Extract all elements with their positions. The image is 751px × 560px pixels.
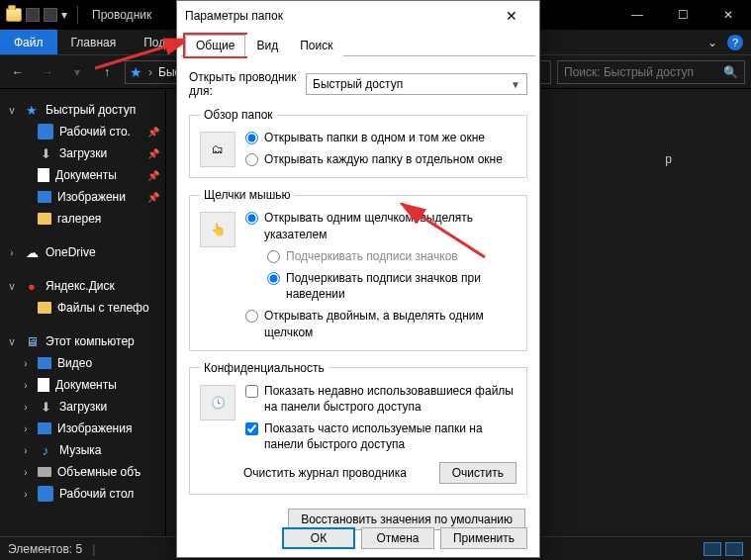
window-title: Проводник [92,8,151,22]
folder-icon [6,8,22,22]
search-input[interactable] [564,65,712,79]
privacy-group: Конфиденциальность 🕓 Показать недавно ис… [189,361,527,496]
sidebar-quick-access[interactable]: v★Быстрый доступ [0,99,165,121]
tab-general[interactable]: Общие [185,35,245,56]
radio-underline-hover[interactable]: Подчеркивать подписи значков при наведен… [267,270,516,302]
sidebar-desktop[interactable]: ·Рабочий сто.📌 [0,121,165,142]
nav-up-button[interactable]: ↑ [95,60,119,84]
browse-folders-group: Обзор папок 🗂 Открывать папки в одном и … [189,108,527,178]
radio-same-window[interactable]: Открывать папки в одном и том же окне [245,130,516,145]
sidebar-desktop2[interactable]: ›Рабочий стол [0,483,165,505]
sidebar-yafiles[interactable]: ·Файлы с телефо [0,297,165,319]
open-for-label: Открыть проводник для: [189,70,298,98]
sidebar-label: Документы [55,168,117,182]
sidebar-downloads2[interactable]: ›⬇Загрузки [0,396,165,418]
radio-label: Подчеркивать подписи значков при наведен… [286,270,516,302]
pin-icon: 📌 [147,127,159,138]
nav-back-button[interactable]: ← [6,60,30,84]
search-icon[interactable]: 🔍 [723,65,738,79]
sidebar-yadisk[interactable]: v●Яндекс.Диск [0,275,165,297]
radio-underline-always[interactable]: Подчеркивать подписи значков [267,248,516,264]
dialog-tabs: Общие Вид Поиск [177,31,539,56]
truncated-text: р [665,152,672,166]
sidebar-label: галерея [57,212,101,226]
tab-home[interactable]: Главная [57,30,131,54]
view-details-icon[interactable] [704,542,721,556]
pin-icon: 📌 [147,192,159,203]
radio-label: Открывать каждую папку в отдельном окне [264,151,503,167]
star-icon: ★ [130,64,142,80]
sidebar-pictures2[interactable]: ›Изображения [0,418,165,439]
chevron-right-icon: › [148,65,152,79]
view-thumbs-icon[interactable] [725,542,743,556]
qat-slot[interactable] [26,8,40,22]
tab-file[interactable]: Файл [0,30,57,54]
folder-options-dialog: Параметры папок ✕ Общие Вид Поиск Открыт… [176,0,540,558]
qat-dropdown-icon[interactable]: ▾ [61,8,67,22]
check-recent-files[interactable]: Показать недавно использовавшиеся файлы … [245,383,516,415]
check-frequent-folders[interactable]: Показать часто используемые папки на пан… [245,420,516,452]
pin-icon: 📌 [147,170,159,181]
radio-double-click[interactable]: Открывать двойным, а выделять одним щелч… [245,308,516,339]
sidebar-label: Рабочий стол [59,487,134,501]
privacy-legend: Конфиденциальность [200,361,329,375]
clear-button[interactable]: Очистить [439,462,516,484]
sidebar-label: Загрузки [59,400,107,414]
chevron-down-icon: ▼ [511,79,520,90]
radio-new-window[interactable]: Открывать каждую папку в отдельном окне [245,151,516,167]
open-for-combo[interactable]: Быстрый доступ ▼ [306,73,527,95]
ok-button[interactable]: ОК [282,527,355,549]
ribbon-expand-icon[interactable]: ⌄ [707,36,717,49]
sidebar-label: Быстрый доступ [46,103,136,117]
tab-view[interactable]: Вид [245,35,289,56]
sidebar-label: OneDrive [46,245,96,259]
sidebar-label: Этот компьютер [46,334,135,348]
dialog-title: Параметры папок [185,9,492,23]
qat-slot[interactable] [44,8,57,22]
nav-forward-button[interactable]: → [36,60,59,84]
sidebar-label: Объемные объ [57,465,141,479]
sidebar-volumes[interactable]: ›Объемные объ [0,461,165,483]
sidebar-music[interactable]: ›♪Музыка [0,439,165,461]
nav-recent-icon[interactable]: ▾ [65,60,89,84]
browse-icon: 🗂 [200,132,235,167]
sidebar-label: Рабочий сто. [59,125,131,139]
sidebar-pictures[interactable]: ·Изображени📌 [0,186,165,208]
help-icon[interactable]: ? [727,35,743,50]
apply-button[interactable]: Применить [440,527,527,549]
sidebar-label: Изображени [57,190,126,204]
tab-search[interactable]: Поиск [289,35,343,56]
radio-single-click[interactable]: Открывать одним щелчком, выделять указат… [245,210,516,241]
sidebar-video[interactable]: ›Видео [0,352,165,374]
radio-label: Подчеркивать подписи значков [286,248,458,264]
sidebar-documents2[interactable]: ›Документы [0,374,165,396]
sidebar-onedrive[interactable]: ›☁OneDrive [0,241,165,263]
clear-history-label: Очистить журнал проводника [243,466,407,480]
sidebar-label: Загрузки [59,146,107,160]
browse-legend: Обзор папок [200,108,277,122]
minimize-button[interactable]: — [614,0,660,30]
combo-value: Быстрый доступ [313,77,403,91]
sidebar-thispc[interactable]: v🖥Этот компьютер [0,330,165,352]
sidebar-label: Изображения [57,421,132,435]
sidebar-gallery[interactable]: ·галерея [0,208,165,230]
check-label: Показать недавно использовавшиеся файлы … [264,383,516,415]
radio-label: Открывать одним щелчком, выделять указат… [264,210,516,241]
maximize-button[interactable]: ☐ [660,0,705,30]
radio-label: Открывать папки в одном и том же окне [264,130,485,145]
sidebar-label: Музыка [59,443,101,457]
sidebar-label: Документы [55,378,117,392]
click-legend: Щелчки мышью [200,188,295,202]
privacy-icon: 🕓 [200,385,235,420]
close-button[interactable]: ✕ [705,0,751,30]
search-box[interactable]: 🔍 [557,60,745,84]
dialog-titlebar: Параметры папок ✕ [177,1,539,31]
sidebar-documents[interactable]: ·Документы📌 [0,164,165,186]
cancel-button[interactable]: Отмена [361,527,434,549]
sidebar-downloads[interactable]: ·⬇Загрузки📌 [0,142,165,164]
status-text: Элементов: 5 [8,542,82,556]
dialog-close-button[interactable]: ✕ [492,2,531,30]
sidebar: v★Быстрый доступ ·Рабочий сто.📌 ·⬇Загруз… [0,89,166,536]
sidebar-label: Яндекс.Диск [46,279,115,293]
radio-label: Открывать двойным, а выделять одним щелч… [264,308,516,339]
